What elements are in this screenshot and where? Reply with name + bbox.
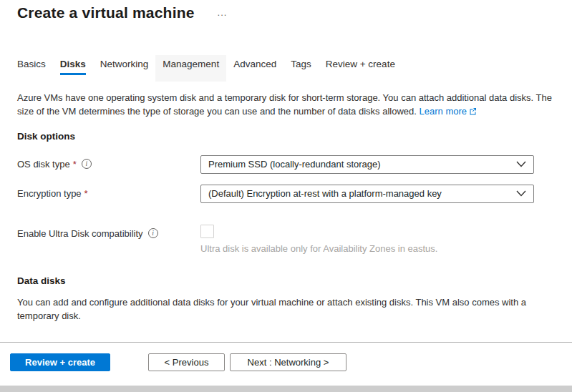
info-icon[interactable]: i: [82, 159, 92, 169]
external-link-icon: [469, 106, 477, 119]
info-icon[interactable]: i: [148, 228, 158, 238]
chevron-down-icon: [516, 188, 526, 199]
tab-management[interactable]: Management: [155, 55, 226, 82]
tab-basics[interactable]: Basics: [10, 55, 53, 82]
disk-options-heading: Disk options: [17, 131, 555, 142]
learn-more-link[interactable]: Learn more: [420, 106, 477, 117]
page-header: Create a virtual machine ...: [17, 4, 555, 21]
encryption-type-label: Encryption type *: [17, 185, 200, 199]
os-disk-type-value: Premium SSD (locally-redundant storage): [208, 159, 381, 170]
intro-paragraph: Azure VMs have one operating system disk…: [17, 92, 555, 119]
ultra-disk-helper-text: Ultra disk is available only for Availab…: [200, 243, 534, 254]
ultra-disk-row: Enable Ultra Disk compatibility i Ultra …: [17, 225, 555, 254]
tab-disks[interactable]: Disks: [53, 55, 93, 82]
tab-advanced[interactable]: Advanced: [226, 55, 283, 82]
more-options-button[interactable]: ...: [218, 9, 228, 16]
required-asterisk: *: [73, 159, 77, 170]
ultra-disk-label: Enable Ultra Disk compatibility i: [17, 225, 200, 239]
data-disks-description: You can add and configure additional dat…: [17, 295, 551, 323]
bottom-taskbar-strip: [0, 386, 572, 392]
encryption-type-dropdown[interactable]: (Default) Encryption at-rest with a plat…: [200, 185, 534, 203]
wizard-footer: Review + create < Previous Next : Networ…: [0, 342, 572, 386]
tab-networking[interactable]: Networking: [93, 55, 156, 82]
tab-review-create[interactable]: Review + create: [319, 55, 402, 82]
review-create-button[interactable]: Review + create: [10, 353, 110, 371]
chevron-down-icon: [516, 159, 526, 170]
wizard-tabs: Basics Disks Networking Management Advan…: [10, 55, 555, 82]
required-asterisk: *: [84, 188, 88, 199]
data-disks-heading: Data disks: [17, 275, 555, 286]
os-disk-type-row: OS disk type * i Premium SSD (locally-re…: [17, 155, 555, 174]
encryption-type-row: Encryption type * (Default) Encryption a…: [17, 185, 555, 203]
encryption-type-value: (Default) Encryption at-rest with a plat…: [208, 188, 442, 199]
os-disk-type-label: OS disk type * i: [17, 155, 200, 170]
page-content: Create a virtual machine ... Basics Disk…: [0, 0, 572, 391]
next-networking-button[interactable]: Next : Networking >: [230, 353, 346, 371]
tab-tags[interactable]: Tags: [283, 55, 319, 82]
os-disk-type-dropdown[interactable]: Premium SSD (locally-redundant storage): [200, 155, 534, 174]
previous-button[interactable]: < Previous: [148, 353, 225, 371]
page-title: Create a virtual machine: [17, 4, 195, 21]
ultra-disk-checkbox[interactable]: [200, 225, 214, 238]
